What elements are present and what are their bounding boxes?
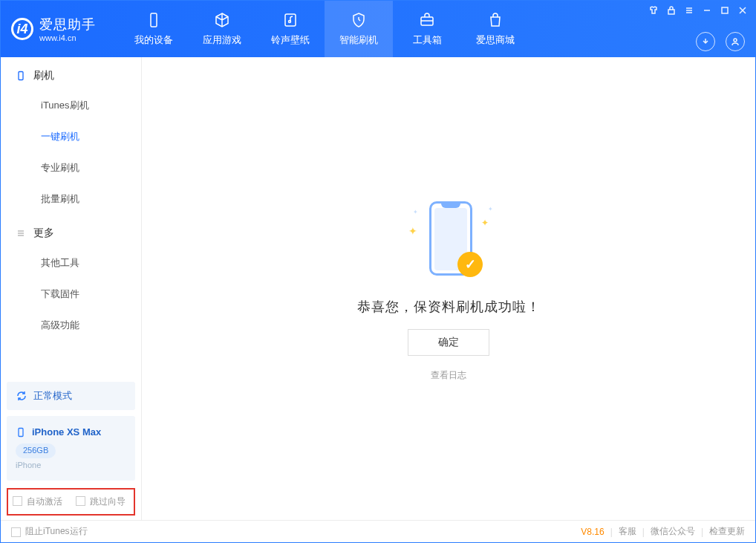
svg-rect-5	[722, 7, 728, 13]
mode-box[interactable]: 正常模式	[7, 382, 135, 410]
svg-rect-4	[668, 10, 674, 14]
sidebar-section-flash: 刷机	[1, 57, 141, 90]
device-box[interactable]: iPhone XS Max 256GB iPhone	[7, 416, 135, 481]
shirt-icon[interactable]	[648, 5, 659, 16]
refresh-icon	[16, 390, 27, 402]
sparkle-icon: ✦	[488, 206, 493, 212]
sidebar: 刷机 iTunes刷机 一键刷机 专业刷机 批量刷机 更多 其他工具 下载固件 …	[1, 57, 142, 520]
download-button[interactable]	[696, 32, 715, 51]
shield-icon	[350, 11, 368, 29]
list-icon	[16, 228, 26, 238]
svg-rect-7	[19, 72, 23, 80]
maximize-icon[interactable]	[720, 5, 730, 16]
main-nav: 我的设备 应用游戏 铃声壁纸 智能刷机 工具箱 爱思商城	[120, 1, 529, 57]
main-content: ✦ ✦ ✦ ✦ ✓ 恭喜您，保资料刷机成功啦！ 确定 查看日志	[142, 57, 755, 520]
options-highlight: 自动激活 跳过向导	[7, 488, 135, 516]
header-actions	[696, 32, 745, 51]
device-capacity: 256GB	[16, 443, 56, 458]
section-label: 刷机	[33, 69, 54, 82]
close-icon[interactable]	[737, 5, 748, 16]
support-link[interactable]: 客服	[619, 525, 636, 538]
nav-store[interactable]: 爱思商城	[461, 1, 529, 57]
sparkle-icon: ✦	[408, 225, 417, 237]
sidebar-item-itunes-flash[interactable]: iTunes刷机	[1, 90, 141, 121]
device-icon	[16, 427, 26, 438]
nav-my-device[interactable]: 我的设备	[120, 1, 188, 57]
account-button[interactable]	[726, 32, 745, 51]
nav-label: 工具箱	[413, 33, 442, 47]
nav-label: 应用游戏	[203, 33, 241, 47]
device-name: iPhone XS Max	[32, 423, 101, 440]
nav-smart-flash[interactable]: 智能刷机	[325, 1, 393, 57]
nav-label: 我的设备	[134, 33, 173, 47]
svg-rect-8	[19, 429, 23, 437]
version-label: V8.16	[581, 527, 604, 537]
sidebar-item-batch-flash[interactable]: 批量刷机	[1, 183, 141, 215]
menu-icon[interactable]	[684, 5, 694, 16]
sparkle-icon: ✦	[413, 209, 418, 215]
checkbox-auto-activate[interactable]	[13, 496, 22, 506]
svg-rect-0	[151, 13, 157, 27]
sidebar-item-download-fw[interactable]: 下载固件	[1, 279, 141, 310]
section-label: 更多	[33, 227, 54, 240]
ok-button[interactable]: 确定	[408, 329, 489, 356]
phone-icon	[16, 71, 26, 81]
logo: i4 爱思助手 www.i4.cn	[1, 16, 106, 42]
sidebar-section-more: 更多	[1, 215, 141, 247]
sidebar-item-oneclick-flash[interactable]: 一键刷机	[1, 121, 141, 152]
logo-icon: i4	[11, 18, 33, 40]
music-icon	[281, 11, 299, 29]
nav-label: 智能刷机	[339, 33, 378, 47]
checkbox-skip-guide[interactable]	[76, 496, 85, 506]
nav-toolbox[interactable]: 工具箱	[393, 1, 461, 57]
mode-label: 正常模式	[33, 389, 72, 403]
nav-apps-games[interactable]: 应用游戏	[188, 1, 256, 57]
device-icon	[145, 11, 163, 29]
success-illustration: ✦ ✦ ✦ ✦ ✓	[404, 195, 493, 284]
app-url: www.i4.cn	[39, 33, 96, 42]
status-bar: 阻止iTunes运行 V8.16 | 客服 | 微信公众号 | 检查更新	[1, 520, 755, 542]
minimize-icon[interactable]	[702, 5, 712, 16]
window-controls	[648, 5, 748, 16]
bag-icon	[486, 11, 504, 29]
sidebar-item-advanced[interactable]: 高级功能	[1, 310, 141, 341]
app-header: i4 爱思助手 www.i4.cn 我的设备 应用游戏 铃声壁纸 智能刷机 工具…	[1, 1, 755, 57]
lock-icon[interactable]	[666, 5, 677, 16]
check-update-link[interactable]: 检查更新	[709, 525, 745, 538]
svg-point-6	[734, 39, 737, 42]
nav-ringtones[interactable]: 铃声壁纸	[256, 1, 325, 57]
nav-label: 爱思商城	[476, 33, 515, 47]
option-label: 跳过向导	[90, 495, 126, 508]
svg-point-2	[289, 21, 291, 23]
nav-label: 铃声壁纸	[271, 33, 310, 47]
checkbox-block-itunes[interactable]	[11, 527, 21, 537]
check-badge-icon: ✓	[457, 252, 483, 277]
sidebar-item-other-tools[interactable]: 其他工具	[1, 247, 141, 279]
success-message: 恭喜您，保资料刷机成功啦！	[357, 298, 541, 316]
wechat-link[interactable]: 微信公众号	[651, 525, 695, 538]
sidebar-item-pro-flash[interactable]: 专业刷机	[1, 152, 141, 183]
option-label: 自动激活	[27, 495, 62, 508]
device-type: iPhone	[16, 458, 126, 473]
toolbox-icon	[418, 11, 436, 29]
sparkle-icon: ✦	[481, 218, 489, 228]
app-title: 爱思助手	[39, 16, 96, 33]
cube-icon	[213, 11, 231, 29]
view-log-link[interactable]: 查看日志	[431, 369, 466, 382]
status-label: 阻止iTunes运行	[25, 525, 88, 538]
